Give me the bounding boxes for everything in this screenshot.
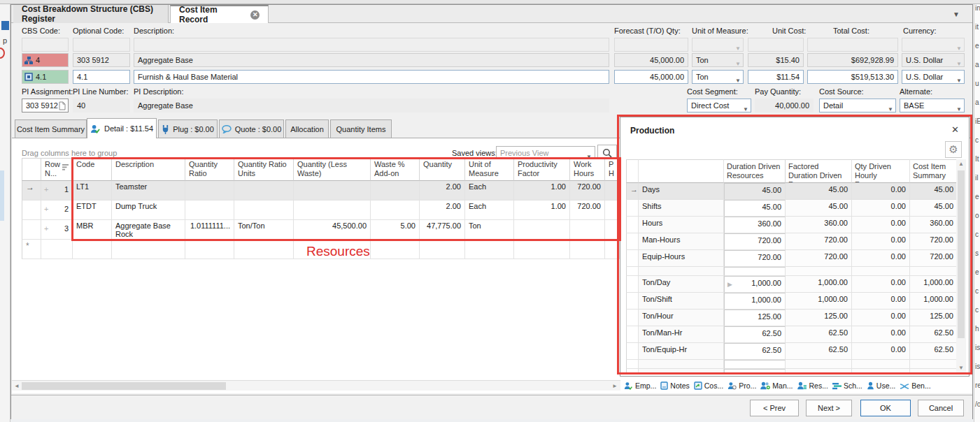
prev-button[interactable]: < Prev [750,400,799,416]
schedule-button[interactable]: Sch... [832,381,862,390]
production-row-man-hours[interactable]: Man-Hours 720.00 720.00 0.00 720.00 [626,233,958,250]
tab-detail[interactable]: Detail : $11.54 [87,118,157,138]
document-icon[interactable] [59,101,66,110]
next-button[interactable]: Next > [806,400,852,416]
col-unit-of-measure[interactable]: Unit of Measure [465,158,514,181]
cancel-button[interactable]: Cancel [918,400,964,416]
col-quantity-ratio[interactable]: Quantity Ratio [185,158,234,181]
col-row-number[interactable]: Row N... [41,158,73,181]
col-quantity[interactable]: Quantity [420,158,465,181]
item-unit-cost-input[interactable]: $11.54 [748,70,804,84]
item-forecast-qty-input[interactable]: 45,000.00 [614,70,688,84]
cost-source-dropdown[interactable]: Detail▼ [819,99,896,112]
pi-assignment-field[interactable]: 303 5912 [22,99,69,112]
col-productivity-factor[interactable]: Productivity Factor [514,158,570,181]
forecast-qty-label: Forecast (T/O) Qty: [614,27,681,35]
col-clipped[interactable]: P H [605,158,620,181]
total-cost-field-empty[interactable] [807,38,898,52]
people-plus-icon [760,381,770,390]
close-icon[interactable]: ✕ [951,124,959,135]
user-button[interactable]: Use... [867,381,895,390]
production-row-days-ton[interactable]: Days/Ton 0.00 0.00 0.00 0.00 [626,369,958,373]
col-quantity-ratio-units[interactable]: Quantity Ratio Units [234,158,294,181]
production-row-shifts[interactable]: Shifts 45.00 45.00 0.00 45.00 [626,200,958,217]
new-row-marker: * [26,241,29,251]
parent-unit-cost[interactable]: $15.40 [748,53,804,67]
production-row-days[interactable]: → Days 45.00 45.00 0.00 45.00 [626,183,958,200]
benchmark-button[interactable]: Ben... [900,381,930,390]
production-row-equip-hours[interactable]: Equip-Hours 720.00 720.00 0.00 720.00 [626,250,958,267]
col-quantity-less-waste[interactable]: Quantity (Less Waste) [294,158,371,181]
resource-row-3[interactable]: +3 MBR Aggregate Base Rock 1.0111111... … [22,220,620,240]
resource-row-1[interactable]: → +1 LT1 Teamster 2.00 Each 1.00 720.00 [22,181,620,201]
item-currency-dropdown[interactable]: U.S. Dollar▼ [902,70,965,84]
production-button[interactable]: Pro... [727,381,756,390]
people-bars-icon [797,381,807,390]
parent-optional-code[interactable]: 303 5912 [73,53,130,67]
col-qty-driven[interactable]: Qty Driven Hourly Resources [852,159,910,183]
parent-total-cost[interactable]: $692,928.99 [807,53,898,67]
expand-icon[interactable]: + [44,205,48,213]
cost-button[interactable]: Cos... [694,381,723,390]
resource-row-2[interactable]: +2 ETDT Dump Truck 2.00 Each 1.00 720.00 [22,201,620,220]
manpower-button[interactable]: Man... [760,381,793,390]
scroll-down-icon[interactable]: ▼ [958,365,964,371]
col-waste-pct[interactable]: Waste % Add-on [371,158,420,181]
gear-icon[interactable]: ⚙ [945,141,962,158]
ok-button[interactable]: OK [860,400,911,416]
item-optional-code-input[interactable]: 4.1 [73,70,130,84]
vertical-scrollbar[interactable]: ▲ ▼ [956,159,966,373]
tab-quantity-items[interactable]: Quantity Items [330,119,392,138]
parent-description[interactable]: Aggregate Base [134,53,609,67]
tab-quote[interactable]: Quote : $0.00 [219,119,284,138]
horizontal-scrollbar[interactable]: ◄ ► [12,380,620,391]
uom-field-empty[interactable]: ▼ [692,38,744,52]
optional-code-field-empty[interactable] [73,38,130,52]
production-row-hours[interactable]: Hours 360.00 360.00 0.00 360.00 [626,217,958,233]
production-row-ton-equip-hr[interactable]: Ton/Equip-Hr 62.50 62.50 0.00 62.50 [626,343,958,360]
forecast-qty-field-empty[interactable] [614,38,688,52]
unit-of-measure-label: Unit of Measure: [692,27,748,35]
col-work-hours[interactable]: Work Hours [570,158,605,181]
unit-cost-field-empty[interactable] [748,38,804,52]
resources-button[interactable]: Res... [797,381,828,390]
tab-cbs-register[interactable]: Cost Breakdown Structure (CBS) Register [13,5,169,23]
notes-button[interactable]: Notes [660,381,689,390]
description-field-empty[interactable] [134,38,609,52]
item-description-input[interactable]: Furnish & Haul Base Material [134,70,609,84]
item-cbs-code: 4.1 [36,71,46,83]
parent-currency-dropdown[interactable]: U.S. Dollar▼ [902,53,965,67]
scrollbar-thumb[interactable] [22,382,226,390]
scroll-left-icon[interactable]: ◄ [14,383,20,389]
employees-button[interactable]: Emp... [624,381,656,390]
item-cbs-code-cell[interactable]: 4.1 [22,70,69,84]
col-factored-duration[interactable]: Factored Duration Driven Resources [786,159,852,183]
cbs-code-field-empty[interactable] [22,38,69,52]
parent-forecast-qty[interactable]: 45,000.00 [614,53,688,67]
tab-plug[interactable]: Plug : $0.00 [158,119,218,138]
scrollbar-thumb[interactable] [958,170,965,338]
parent-uom-dropdown[interactable]: Ton▼ [692,53,744,67]
production-row-ton-man-hr[interactable]: Ton/Man-Hr 62.50 62.50 0.00 62.50 [626,326,958,343]
col-code[interactable]: Code [73,158,112,181]
tab-cost-item-record[interactable]: Cost Item Record ✕ [170,5,269,23]
alternate-dropdown[interactable]: BASE▼ [900,99,965,112]
parent-cbs-code-cell[interactable]: 4 [22,53,69,67]
production-row-ton-day[interactable]: Ton/Day ▶1,000.00 1,000.00 0.00 1,000.00 [626,276,958,293]
tab-allocation[interactable]: Allocation [285,119,329,138]
col-cost-item-summary[interactable]: Cost Item Summary [910,159,958,183]
production-row-ton-hour[interactable]: Ton/Hour 125.00 125.00 0.00 125.00 [626,310,958,326]
col-duration-driven[interactable]: Duration Driven Resources [724,159,786,183]
expand-icon[interactable]: + [44,224,48,233]
item-total-cost[interactable]: $519,513.30 [807,70,898,84]
item-uom-dropdown[interactable]: Ton▼ [692,70,744,84]
col-description[interactable]: Description [112,158,185,181]
scroll-up-icon[interactable]: ▲ [958,161,964,167]
close-tab-icon[interactable]: ✕ [250,10,260,20]
production-row-ton-shift[interactable]: Ton/Shift 1,000.00 1,000.00 0.00 1,000.0… [626,293,958,310]
currency-field-empty[interactable]: ▼ [902,38,965,52]
expand-icon[interactable]: + [44,185,48,194]
cost-segment-dropdown[interactable]: Direct Cost▼ [687,99,751,112]
tab-cost-item-summary[interactable]: Cost Item Summary [15,119,87,138]
tab-overflow-dropdown-icon[interactable]: ▼ [953,10,960,18]
